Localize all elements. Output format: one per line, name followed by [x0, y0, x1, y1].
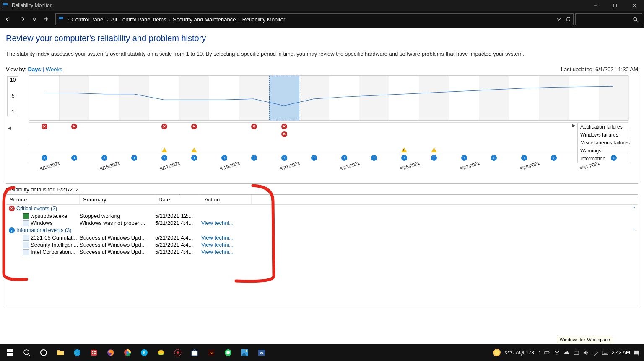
table-row[interactable]: WindowsWindows was not properl...5/21/20… [6, 219, 638, 227]
event-cell[interactable]: ✕ [29, 123, 60, 130]
th-date[interactable]: ⌃Date [155, 195, 201, 204]
collapse-icon[interactable]: ⌃ [633, 228, 636, 232]
event-cell[interactable]: ✕ [60, 123, 90, 130]
event-cell[interactable]: i [419, 154, 449, 162]
event-cell[interactable]: i [269, 154, 299, 162]
group-critical[interactable]: ✕ Critical events (2) ⌃ [6, 205, 638, 212]
reliability-chart[interactable]: 10 5 1 ◀ ✕✕✕✕✕✕✕iiiiiiiiiiiiiiiiiii5/13/… [6, 75, 638, 184]
maximize-button[interactable] [605, 0, 625, 11]
skype-icon[interactable]: S [136, 344, 153, 361]
breadcrumb[interactable]: Security and Maintenance [173, 16, 236, 23]
tray-chevron-icon[interactable]: ⌃ [538, 351, 541, 355]
start-button[interactable] [2, 344, 18, 361]
group-info[interactable]: i Informational events (3) ⌃ [6, 227, 638, 234]
table-row[interactable]: Security Intelligen...Successful Windows… [6, 241, 638, 248]
breadcrumb[interactable]: Reliability Monitor [242, 16, 286, 23]
event-cell[interactable]: i [209, 154, 239, 162]
search-taskbar-icon[interactable] [18, 344, 35, 361]
volume-icon[interactable] [583, 350, 589, 356]
event-cell[interactable]: i [389, 154, 419, 162]
event-cell[interactable]: i [449, 154, 479, 162]
event-cell[interactable]: ✕ [149, 123, 179, 130]
table-row[interactable]: wpsupdate.exeStopped working5/21/2021 12… [6, 212, 638, 219]
notifications-icon[interactable] [634, 350, 640, 356]
weather-widget[interactable]: 22°C AQI 178 [493, 349, 534, 356]
clock[interactable]: 2:43 AM [612, 350, 630, 356]
breadcrumb[interactable]: Control Panel [71, 16, 104, 23]
event-cell[interactable]: ✕ [239, 123, 270, 130]
th-summary[interactable]: Summary [80, 195, 155, 204]
store-icon[interactable] [86, 344, 102, 361]
view-days-link[interactable]: Days [28, 66, 41, 72]
scroll-left-icon[interactable]: ◀ [8, 126, 11, 130]
table-row[interactable]: 2021-05 Cumulat...Successful Windows Upd… [6, 234, 638, 241]
breadcrumb[interactable]: All Control Panel Items [111, 16, 166, 23]
event-cell[interactable]: i [479, 154, 509, 162]
wifi-icon[interactable] [554, 350, 560, 356]
event-cell[interactable]: i [29, 154, 60, 162]
chevron-down-icon[interactable] [556, 17, 561, 22]
event-cell[interactable] [179, 146, 210, 154]
event-cell[interactable]: ✕ [179, 123, 210, 130]
input-icon[interactable] [573, 350, 579, 356]
ai-icon[interactable]: AI [203, 344, 220, 361]
keyboard-icon[interactable] [602, 350, 608, 356]
view-details-link[interactable]: View techni... [201, 220, 234, 226]
app-icon[interactable] [153, 344, 169, 361]
event-cell[interactable]: ✕ [269, 130, 299, 138]
event-cell[interactable]: i [359, 154, 390, 162]
legend-info: Information [580, 155, 640, 163]
scroll-right-icon[interactable]: ▶ [572, 123, 576, 128]
collapse-icon[interactable]: ⌃ [633, 206, 636, 211]
view-details-link[interactable]: View techni... [201, 249, 234, 255]
word-icon[interactable]: W [253, 344, 270, 361]
firefox-icon[interactable] [102, 344, 119, 361]
event-cell[interactable]: i [329, 154, 359, 162]
system-tray[interactable]: 22°C AQI 178 ⌃ 2:43 AM [493, 349, 642, 356]
cortana-icon[interactable] [35, 344, 52, 361]
info-icon: i [9, 227, 15, 233]
event-cell[interactable] [419, 146, 449, 154]
svg-point-39 [246, 350, 247, 352]
battery-icon[interactable] [544, 350, 551, 356]
whatsapp-icon[interactable] [220, 344, 236, 361]
event-cell[interactable]: i [149, 154, 179, 162]
view-weeks-link[interactable]: Weeks [46, 66, 62, 72]
photo-icon[interactable] [236, 344, 253, 361]
event-cell[interactable] [389, 146, 419, 154]
minimize-button[interactable] [586, 0, 605, 11]
svg-text:S: S [143, 351, 146, 355]
edge-icon[interactable] [69, 344, 86, 361]
event-cell[interactable]: i [89, 154, 119, 162]
address-bar[interactable]: › Control Panel › All Control Panel Item… [55, 13, 574, 25]
view-details-link[interactable]: View techni... [201, 242, 234, 248]
event-cell[interactable]: ✕ [269, 123, 299, 130]
event-cell[interactable]: i [239, 154, 270, 162]
up-button[interactable] [39, 11, 54, 28]
event-cell[interactable]: i [119, 154, 150, 162]
event-cell[interactable]: i [539, 154, 569, 162]
th-action[interactable]: Action [201, 195, 252, 204]
ink-icon[interactable] [592, 350, 599, 356]
store2-icon[interactable] [186, 344, 203, 361]
view-details-link[interactable]: View techni... [201, 235, 234, 241]
back-button[interactable] [0, 11, 15, 28]
event-cell[interactable]: i [299, 154, 330, 162]
onedrive-icon[interactable] [564, 350, 570, 356]
chrome-icon[interactable] [119, 344, 136, 361]
close-button[interactable] [625, 0, 644, 11]
svg-rect-0 [3, 3, 3, 8]
taskbar[interactable]: S AI W 22°C AQI 178 ⌃ 2:43 AM [0, 344, 644, 361]
record-icon[interactable] [169, 344, 186, 361]
forward-button[interactable] [15, 11, 30, 28]
recent-dropdown[interactable] [30, 11, 39, 28]
refresh-icon[interactable] [566, 17, 571, 22]
explorer-icon[interactable] [52, 344, 69, 361]
event-cell[interactable]: i [509, 154, 539, 162]
th-source[interactable]: Source [6, 195, 80, 204]
table-row[interactable]: Intel Corporation...Successful Windows U… [6, 248, 638, 255]
search-box[interactable] [575, 13, 642, 25]
event-cell[interactable]: i [179, 154, 210, 162]
event-cell[interactable] [149, 146, 179, 154]
event-cell[interactable]: i [60, 154, 90, 162]
